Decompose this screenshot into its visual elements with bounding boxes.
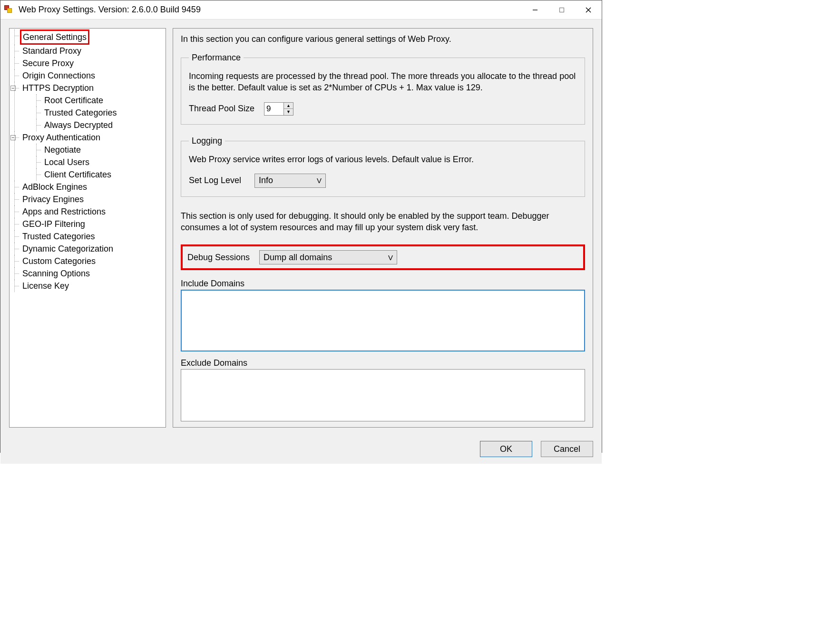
log-level-label: Set Log Level <box>189 176 246 185</box>
dialog-buttons: OK Cancel <box>0 436 602 464</box>
tree-item-client-certs[interactable]: Client Certificates <box>31 168 166 181</box>
performance-group: Performance Incoming requests are proces… <box>181 53 585 125</box>
tree-item-secure-proxy[interactable]: Secure Proxy <box>10 57 166 69</box>
logging-legend: Logging <box>189 136 225 146</box>
tree-item-local-users[interactable]: Local Users <box>31 156 166 168</box>
content-area: General Settings Standard Proxy Secure P… <box>0 20 602 436</box>
ok-button[interactable]: OK <box>480 441 532 457</box>
tree-item-privacy[interactable]: Privacy Engines <box>10 193 166 205</box>
debug-sessions-value: Dump all domains <box>264 253 332 263</box>
maximize-icon <box>559 7 565 13</box>
debug-sessions-highlight: Debug Sessions Dump all domains V <box>181 244 585 270</box>
nav-tree-panel: General Settings Standard Proxy Secure P… <box>9 28 166 428</box>
performance-legend: Performance <box>189 53 244 63</box>
tree-label-general: General Settings <box>20 29 89 45</box>
logging-group: Logging Web Proxy service writes error l… <box>181 136 585 197</box>
tree-item-proxy-auth[interactable]: Proxy Authentication Negotiate Local Use… <box>10 131 166 181</box>
tree-item-general[interactable]: General Settings <box>10 29 166 45</box>
thread-pool-label: Thread Pool Size <box>189 104 255 114</box>
maximize-button[interactable] <box>548 0 575 20</box>
include-domains-textarea[interactable] <box>181 290 585 351</box>
debug-desc: This section is only used for debugging.… <box>181 210 585 234</box>
performance-desc: Incoming requests are processed by the t… <box>189 70 577 94</box>
exclude-domains-label: Exclude Domains <box>181 358 585 368</box>
collapse-icon[interactable] <box>10 135 16 140</box>
spinner-up-icon[interactable]: ▲ <box>284 103 293 109</box>
settings-panel: In this section you can configure variou… <box>173 28 593 428</box>
chevron-down-icon: V <box>317 176 322 185</box>
tree-item-dynamic-categorization[interactable]: Dynamic Categorization <box>10 243 166 255</box>
logging-desc: Web Proxy service writes error logs of v… <box>189 154 577 165</box>
window-title: Web Proxy Settings. Version: 2.6.0.0 Bui… <box>19 5 522 15</box>
minimize-icon <box>532 7 538 13</box>
tree-item-origin-connections[interactable]: Origin Connections <box>10 69 166 82</box>
titlebar: Web Proxy Settings. Version: 2.6.0.0 Bui… <box>0 0 602 20</box>
spinner-down-icon[interactable]: ▼ <box>284 109 293 115</box>
thread-pool-spinner[interactable]: ▲ ▼ <box>264 102 293 116</box>
tree-item-scanning-options[interactable]: Scanning Options <box>10 267 166 280</box>
debug-sessions-combobox[interactable]: Dump all domains V <box>259 250 397 264</box>
include-domains-label: Include Domains <box>181 279 585 289</box>
close-icon <box>586 7 591 13</box>
minimize-button[interactable] <box>522 0 548 20</box>
tree-item-trusted-categories[interactable]: Trusted Categories <box>10 230 166 243</box>
tree-item-always-decrypted[interactable]: Always Decrypted <box>31 119 166 131</box>
nav-tree: General Settings Standard Proxy Secure P… <box>10 29 166 292</box>
tree-item-adblock[interactable]: AdBlock Engines <box>10 181 166 193</box>
tree-item-https-decryption[interactable]: HTTPS Decryption Root Certificate Truste… <box>10 82 166 131</box>
close-button[interactable] <box>575 0 602 20</box>
tree-item-apps-restrictions[interactable]: Apps and Restrictions <box>10 205 166 218</box>
tree-item-license-key[interactable]: License Key <box>10 280 166 292</box>
tree-item-custom-categories[interactable]: Custom Categories <box>10 255 166 267</box>
app-icon <box>4 5 14 15</box>
debug-sessions-label: Debug Sessions <box>187 253 250 263</box>
log-level-value: Info <box>259 176 273 185</box>
log-level-combobox[interactable]: Info V <box>254 174 326 188</box>
thread-pool-input[interactable] <box>264 103 283 115</box>
tree-item-root-certificate[interactable]: Root Certificate <box>31 94 166 107</box>
tree-item-standard-proxy[interactable]: Standard Proxy <box>10 45 166 57</box>
window-controls <box>522 0 602 20</box>
chevron-down-icon: V <box>388 254 393 262</box>
tree-item-negotiate[interactable]: Negotiate <box>31 144 166 156</box>
settings-window: Web Proxy Settings. Version: 2.6.0.0 Bui… <box>0 0 602 453</box>
tree-item-geoip[interactable]: GEO-IP Filtering <box>10 218 166 230</box>
cancel-button[interactable]: Cancel <box>541 441 593 457</box>
panel-intro: In this section you can configure variou… <box>181 34 585 44</box>
svg-rect-1 <box>560 8 564 12</box>
exclude-domains-textarea[interactable] <box>181 369 585 421</box>
tree-item-trusted-categories-https[interactable]: Trusted Categories <box>31 107 166 119</box>
collapse-icon[interactable] <box>10 86 16 91</box>
